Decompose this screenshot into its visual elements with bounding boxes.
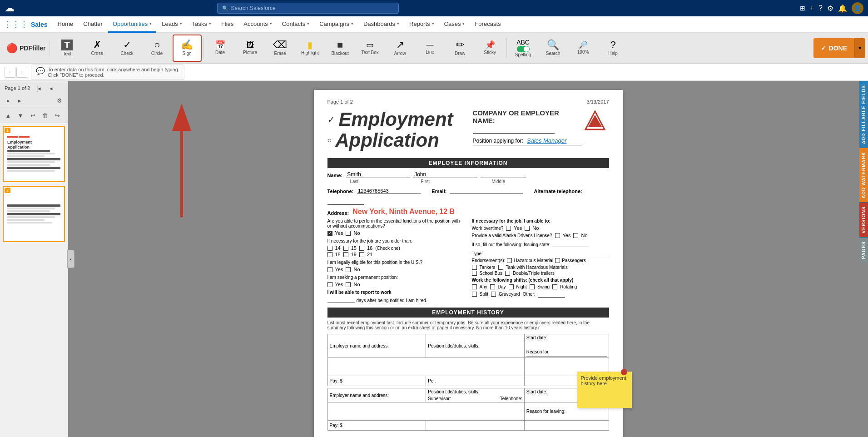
done-button[interactable]: ✓ DONE <box>813 38 854 58</box>
emp-row-1-details[interactable] <box>327 358 524 376</box>
salesforce-search[interactable]: 🔍 Search Salesforce <box>217 3 399 14</box>
spelling-toggle[interactable] <box>517 46 530 52</box>
grid-icon[interactable]: ⊞ <box>800 5 805 12</box>
page-thumb-1[interactable]: 1 Employment Application <box>3 126 65 182</box>
double-triple-cb[interactable] <box>505 271 510 276</box>
no-checkbox[interactable] <box>346 231 351 236</box>
tool-search[interactable]: 🔍 Search <box>539 35 568 62</box>
nav-home[interactable]: Home <box>53 16 78 33</box>
nav-contacts[interactable]: Contacts ▾ <box>278 16 314 33</box>
middle-name-input[interactable] <box>481 171 526 178</box>
nav-forecasts[interactable]: Forecasts <box>470 16 505 33</box>
eligible-no-cb[interactable] <box>346 267 351 272</box>
zoom-level[interactable]: 🔎 100% <box>569 35 598 62</box>
type-input[interactable] <box>485 249 609 256</box>
other-shift-input[interactable] <box>538 290 565 298</box>
swing-shift-cb[interactable] <box>530 284 535 289</box>
telephone-value[interactable]: 12346785643 <box>357 188 421 194</box>
pdf-page[interactable]: Page 1 of 2 3/13/2017 ✓ Employment ○ App… <box>314 90 623 437</box>
last-name-value[interactable]: Smith <box>346 171 410 178</box>
delete-button[interactable]: 🗑 <box>40 110 50 121</box>
tool-textbox[interactable]: ▭ Text Box <box>356 35 385 62</box>
settings-icon[interactable]: ⚙ <box>827 4 833 13</box>
nav-chatter[interactable]: Chatter <box>79 16 107 33</box>
schoolbus-cb[interactable] <box>472 271 477 276</box>
tool-circle[interactable]: ○ Circle <box>143 35 172 62</box>
first-page-button[interactable]: |◂ <box>33 83 44 94</box>
tool-erase[interactable]: ⌫ Erase <box>266 35 295 62</box>
nav-flies[interactable]: Flies <box>217 16 238 33</box>
dl-no-cb[interactable] <box>573 233 578 238</box>
nav-dashboards[interactable]: Dashboards ▾ <box>359 16 404 33</box>
email-input[interactable] <box>450 187 523 194</box>
issuing-state-input[interactable] <box>552 240 589 247</box>
scroll-up-button[interactable]: ▲ <box>3 110 14 121</box>
age-14-cb[interactable] <box>327 246 332 251</box>
tool-blackout[interactable]: ■ Blackout <box>326 35 355 62</box>
page-thumb-2[interactable]: 2 <box>3 186 65 242</box>
tool-spelling[interactable]: ABC Spelling <box>509 39 538 57</box>
tool-line[interactable]: — Line <box>416 35 445 62</box>
prev-page-button[interactable]: ◂ <box>45 83 56 94</box>
night-shift-cb[interactable] <box>509 284 514 289</box>
apps-icon[interactable]: ⋮⋮⋮ <box>4 20 28 30</box>
scroll-down-button[interactable]: ▼ <box>15 110 26 121</box>
tool-date[interactable]: 📅 Date <box>206 35 235 62</box>
tool-help[interactable]: ? Help <box>599 35 628 62</box>
hazmat-cb[interactable] <box>507 258 512 263</box>
emp-row-2-details[interactable] <box>327 402 524 421</box>
next-page-button[interactable]: ▸ <box>3 95 14 106</box>
any-shift-cb[interactable] <box>472 284 477 289</box>
tool-sticky[interactable]: 📌 Sticky <box>476 35 505 62</box>
tool-sign[interactable]: ✍ Sign <box>173 35 202 62</box>
passengers-cb[interactable] <box>555 258 560 263</box>
forward-button[interactable]: › <box>16 67 27 78</box>
split-shift-cb[interactable] <box>472 292 477 297</box>
perm-yes-cb[interactable] <box>327 282 332 287</box>
versions-tab[interactable]: VERSIONS <box>859 202 868 237</box>
first-name-value[interactable]: John <box>413 171 477 178</box>
last-page-button[interactable]: ▸| <box>15 95 26 106</box>
day-shift-cb[interactable] <box>490 284 495 289</box>
perm-no-cb[interactable] <box>346 282 351 287</box>
tool-cross[interactable]: ✗ Cross <box>83 35 112 62</box>
age-19-cb[interactable] <box>343 252 348 257</box>
days-input[interactable] <box>327 296 355 303</box>
tank-hazmat-cb[interactable] <box>498 265 503 270</box>
age-16-cb[interactable] <box>359 246 364 251</box>
bell-icon[interactable]: 🔔 <box>838 4 847 13</box>
pages-tab[interactable]: PAGES <box>859 237 868 263</box>
tool-text[interactable]: T Text <box>53 35 82 62</box>
settings-button[interactable]: ⚙ <box>54 95 65 106</box>
company-name-field[interactable] <box>473 124 555 134</box>
alt-telephone-input[interactable] <box>327 198 364 205</box>
age-18-cb[interactable] <box>327 252 332 257</box>
age-21-cb[interactable] <box>359 252 364 257</box>
graveyard-cb[interactable] <box>491 292 496 297</box>
avatar[interactable]: 👤 <box>852 2 863 14</box>
done-button-caret[interactable]: ▾ <box>854 38 865 58</box>
add-watermark-tab[interactable]: ADD WATERMARK <box>859 148 868 202</box>
nav-accounts[interactable]: Accounts ▾ <box>239 16 276 33</box>
ot-no-cb[interactable] <box>525 226 530 231</box>
add-fillable-fields-tab[interactable]: ADD FILLABLE FIELDS <box>859 81 868 148</box>
collapse-panel-button[interactable]: ‹ <box>67 250 74 268</box>
nav-cases[interactable]: Cases ▾ <box>440 16 470 33</box>
ot-yes-cb[interactable] <box>506 226 511 231</box>
undo-button[interactable]: ↩ <box>27 110 38 121</box>
nav-leads[interactable]: Leads ▾ <box>157 16 186 33</box>
tool-picture[interactable]: 🖼 Picture <box>236 35 265 62</box>
redo-button[interactable]: ↪ <box>52 110 63 121</box>
back-button[interactable]: ‹ <box>5 67 15 78</box>
nav-opportunities[interactable]: Opportunities ▾ <box>108 16 156 33</box>
nav-reports[interactable]: Reports ▾ <box>405 16 439 33</box>
eligible-yes-cb[interactable] <box>327 267 332 272</box>
tool-draw[interactable]: ✏ Draw <box>446 35 475 62</box>
help-icon[interactable]: ? <box>818 4 823 12</box>
tool-arrow[interactable]: ↗ Arrow <box>386 35 415 62</box>
tool-highlight[interactable]: ▮ Highlight <box>296 35 325 62</box>
pdf-area[interactable]: Page 1 of 2 3/13/2017 ✓ Employment ○ App… <box>68 81 868 437</box>
age-15-cb[interactable] <box>343 246 348 251</box>
nav-campaigns[interactable]: Campaigns ▾ <box>315 16 358 33</box>
plus-icon[interactable]: + <box>810 4 814 12</box>
